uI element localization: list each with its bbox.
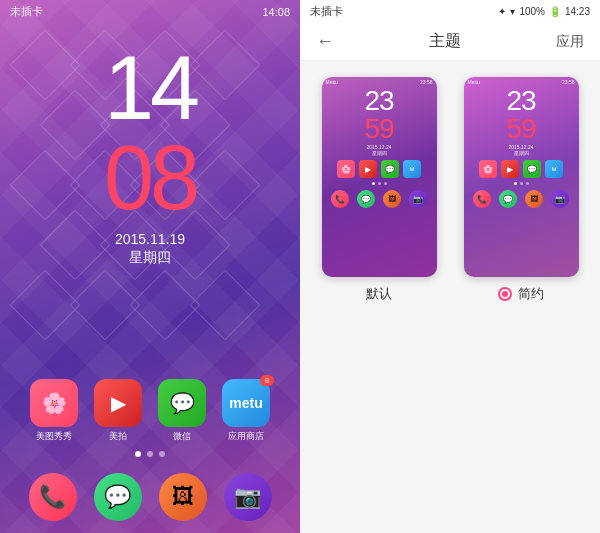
mini-dock-4: 📷	[409, 190, 427, 208]
big-time: 14 08	[104, 43, 196, 223]
dot-3	[159, 451, 165, 457]
right-header: ← 主题 应用	[300, 23, 600, 61]
video-label: 美拍	[109, 430, 127, 443]
bt-icon: ✦	[498, 6, 506, 17]
apply-button[interactable]: 应用	[556, 33, 584, 51]
theme-simple-label: 简约	[518, 285, 544, 303]
mini-simple-dock-4: 📷	[551, 190, 569, 208]
mini-dots-default	[322, 182, 437, 185]
store-label: 应用商店	[228, 430, 264, 443]
store-icon[interactable]: metu 8	[222, 379, 270, 427]
minute-digits-2: 8	[150, 128, 196, 228]
theme-default[interactable]: Meitu 23:58 2359 2015.12.24星期四 🌸 ▶ 💬 M	[316, 77, 442, 517]
minute-digits: 0	[104, 128, 150, 228]
mini-dock-1: 📞	[331, 190, 349, 208]
theme-default-label-row: 默认	[366, 285, 392, 303]
dock-photo[interactable]: 🖼	[159, 473, 207, 521]
wechat-label: 微信	[173, 430, 191, 443]
theme-simple[interactable]: Meitu 23:58 2359 2015.12.24星期四 🌸 ▶ 💬 M	[458, 77, 584, 517]
mini-dots-simple	[464, 182, 579, 185]
right-panel: 未插卡 ✦ ▾ 100% 🔋 14:23 ← 主题 应用 Meitu 23:58	[300, 0, 600, 533]
mini-simple-icon-1: 🌸	[479, 160, 497, 178]
header-title: 主题	[334, 31, 556, 52]
dock-camera[interactable]: 📷	[224, 473, 272, 521]
mini-simple-icon-3: 💬	[523, 160, 541, 178]
mini-dock-3: 🖼	[383, 190, 401, 208]
app-video[interactable]: ▶ 美拍	[94, 379, 142, 443]
mini-clock-default: 2359	[322, 87, 437, 143]
app-icons-row: 🌸 美图秀秀 ▶ 美拍 💬 微信 metu 8 应用商店	[30, 379, 270, 443]
mini-date-default: 2015.12.24星期四	[322, 144, 437, 156]
meitu-icon[interactable]: 🌸	[30, 379, 78, 427]
app-meitu[interactable]: 🌸 美图秀秀	[30, 379, 78, 443]
hour-digits-2: 4	[150, 38, 196, 138]
clock-display: 14 08	[104, 43, 196, 223]
right-status-bar: 未插卡 ✦ ▾ 100% 🔋 14:23	[300, 0, 600, 23]
mini-simple-icon-2: ▶	[501, 160, 519, 178]
app-store[interactable]: metu 8 应用商店	[222, 379, 270, 443]
mini-simple-dock-3: 🖼	[525, 190, 543, 208]
video-icon[interactable]: ▶	[94, 379, 142, 427]
mini-apps-simple: 🌸 ▶ 💬 M	[464, 156, 579, 180]
right-icons: ✦ ▾ 100% 🔋 14:23	[498, 6, 590, 17]
wechat-icon[interactable]: 💬	[158, 379, 206, 427]
hour-digits: 1	[104, 38, 150, 138]
mini-icon-1: 🌸	[337, 160, 355, 178]
weekday-display: 星期四	[129, 249, 171, 267]
mini-simple-icon-4: M	[545, 160, 563, 178]
wifi-icon: ▾	[510, 6, 515, 17]
battery-percent: 100%	[519, 6, 545, 17]
dock-msg[interactable]: 💬	[94, 473, 142, 521]
mini-dock-default: 📞 💬 🖼 📷	[322, 187, 437, 211]
left-carrier: 未插卡	[10, 4, 43, 19]
left-status-bar: 未插卡 14:08	[0, 0, 300, 23]
left-time: 14:08	[262, 6, 290, 18]
dot-2	[147, 451, 153, 457]
dock-phone[interactable]: 📞	[29, 473, 77, 521]
theme-simple-inner: Meitu 23:58 2359 2015.12.24星期四 🌸 ▶ 💬 M	[464, 77, 579, 277]
app-wechat[interactable]: 💬 微信	[158, 379, 206, 443]
right-carrier: 未插卡	[310, 4, 343, 19]
left-panel: 未插卡 14:08 14 08 2015.11.19 星期四 🌸 美图秀秀 ▶ …	[0, 0, 300, 533]
meitu-label: 美图秀秀	[36, 430, 72, 443]
mini-clock-simple: 2359	[464, 87, 579, 143]
mini-dock-simple: 📞 💬 🖼 📷	[464, 187, 579, 211]
store-badge: 8	[260, 375, 274, 386]
mini-dock-2: 💬	[357, 190, 375, 208]
mini-simple-dock-2: 💬	[499, 190, 517, 208]
mini-icon-4: M	[403, 160, 421, 178]
battery-icon: 🔋	[549, 6, 561, 17]
mini-icon-2: ▶	[359, 160, 377, 178]
theme-simple-preview[interactable]: Meitu 23:58 2359 2015.12.24星期四 🌸 ▶ 💬 M	[464, 77, 579, 277]
theme-default-inner: Meitu 23:58 2359 2015.12.24星期四 🌸 ▶ 💬 M	[322, 77, 437, 277]
mini-date-simple: 2015.12.24星期四	[464, 144, 579, 156]
page-dots	[135, 451, 165, 457]
themes-grid: Meitu 23:58 2359 2015.12.24星期四 🌸 ▶ 💬 M	[300, 61, 600, 533]
theme-default-preview[interactable]: Meitu 23:58 2359 2015.12.24星期四 🌸 ▶ 💬 M	[322, 77, 437, 277]
back-button[interactable]: ←	[316, 31, 334, 52]
mini-icon-3: 💬	[381, 160, 399, 178]
dot-1	[135, 451, 141, 457]
theme-default-label: 默认	[366, 285, 392, 303]
right-time: 14:23	[565, 6, 590, 17]
date-display: 2015.11.19	[115, 231, 185, 247]
radio-selected-icon	[498, 287, 512, 301]
bottom-dock: 📞 💬 🖼 📷	[0, 465, 300, 533]
mini-simple-dock-1: 📞	[473, 190, 491, 208]
mini-apps-default: 🌸 ▶ 💬 M	[322, 156, 437, 180]
theme-simple-label-row: 简约	[498, 285, 544, 303]
